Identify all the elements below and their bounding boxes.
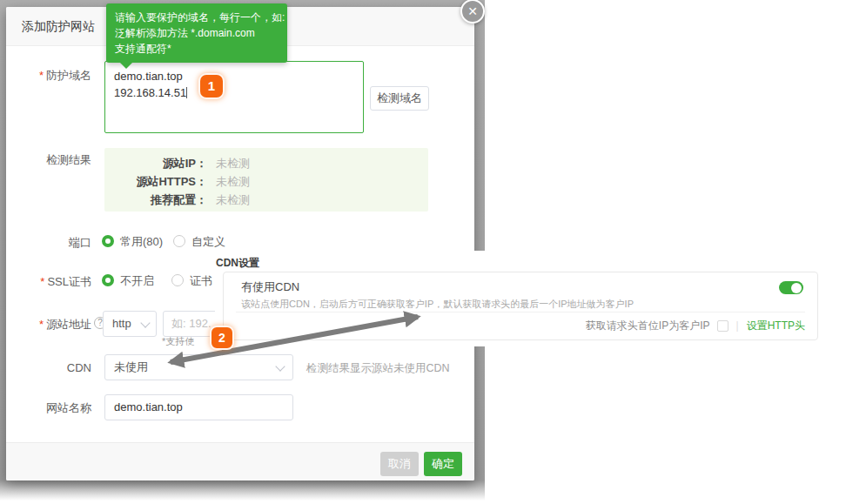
- required-asterisk: *: [40, 275, 44, 288]
- field-label-origin: *源站地址: [15, 318, 91, 331]
- set-http-header-link[interactable]: 设置HTTP头: [747, 319, 805, 333]
- add-site-dialog: 添加防护网站 *防护域名 demo.tian.top 192.168.14.51…: [6, 7, 474, 480]
- cancel-button[interactable]: 取消: [380, 452, 419, 476]
- radio-ssl-off[interactable]: [102, 274, 114, 286]
- result-row: 推荐配置：未检测: [104, 191, 428, 209]
- required-asterisk: *: [39, 318, 44, 331]
- panel-divider: [236, 312, 805, 312]
- chevron-down-icon: [277, 363, 284, 370]
- cdn-detect-note: 检测结果显示源站未使用CDN: [306, 361, 450, 376]
- result-row: 源站IP：未检测: [104, 154, 428, 172]
- separator: |: [736, 319, 739, 332]
- radio-port-custom[interactable]: [173, 235, 185, 247]
- protocol-select-value: http: [112, 312, 131, 336]
- field-label-port: 端口: [15, 236, 91, 249]
- step-badge-1: 1: [198, 73, 225, 99]
- domain-textarea[interactable]: demo.tian.top 192.168.14.51: [104, 61, 364, 133]
- field-label-site-name: 网站名称: [15, 401, 91, 414]
- result-value: 未检测: [216, 175, 250, 188]
- step-badge-2: 2: [210, 326, 234, 350]
- radio-label-ssl-off[interactable]: 不开启: [120, 274, 154, 288]
- tooltip-line: 支持通配符*: [115, 41, 279, 57]
- cdn-select-value: 未使用: [114, 355, 148, 380]
- first-ip-checkbox-label: 获取请求头首位IP为客户IP: [586, 319, 710, 333]
- result-value: 未检测: [216, 157, 250, 170]
- text-caret: [186, 87, 187, 98]
- site-name-input[interactable]: demo.tian.top: [104, 394, 293, 420]
- radio-port-common[interactable]: [102, 235, 114, 247]
- result-row: 源站HTTPS：未检测: [104, 172, 428, 191]
- origin-hint-text: *支持使: [162, 335, 194, 348]
- detect-result-box: 源站IP：未检测 源站HTTPS：未检测 推荐配置：未检测: [104, 148, 428, 212]
- screenshot-canvas: 添加防护网站 *防护域名 demo.tian.top 192.168.14.51…: [0, 0, 846, 504]
- detect-domain-button[interactable]: 检测域名: [370, 86, 429, 111]
- cdn-settings-panel: 有使用CDN 该站点使用CDN，启动后方可正确获取客户IP，默认获取请求头的最后…: [223, 272, 818, 340]
- cdn-switch-label: 有使用CDN: [241, 279, 299, 295]
- chevron-down-icon: [142, 319, 149, 326]
- protocol-select[interactable]: http: [103, 311, 157, 337]
- field-label-ssl: *SSL证书: [15, 275, 91, 288]
- domain-help-tooltip: 请输入要保护的域名，每行一个，如: 泛解析添加方法 *.domain.com 支…: [106, 3, 287, 63]
- site-name-value: demo.tian.top: [114, 395, 183, 420]
- field-label-cdn: CDN: [15, 361, 91, 374]
- required-asterisk: *: [39, 69, 44, 82]
- cdn-panel-bottom-row: 获取请求头首位IP为客户IP | 设置HTTP头: [586, 319, 805, 333]
- result-key: 源站HTTPS：: [104, 172, 207, 191]
- close-icon[interactable]: ✕: [460, 0, 485, 24]
- field-label-domain: *防护域名: [15, 69, 91, 82]
- radio-label-port-custom[interactable]: 自定义: [191, 235, 225, 249]
- radio-ssl-cert[interactable]: [171, 274, 184, 286]
- radio-label-port-common[interactable]: 常用(80): [120, 235, 163, 249]
- radio-label-ssl-cert[interactable]: 证书: [190, 274, 212, 288]
- result-key: 源站IP：: [104, 154, 207, 172]
- origin-address-placeholder: 如: 192.: [171, 312, 212, 336]
- result-key: 推荐配置：: [104, 191, 207, 209]
- cdn-select[interactable]: 未使用: [104, 354, 293, 380]
- result-value: 未检测: [216, 193, 250, 206]
- field-label-detect-result: 检测结果: [15, 153, 91, 166]
- tooltip-line: 请输入要保护的域名，每行一个，如:: [115, 10, 279, 25]
- cdn-toggle-switch[interactable]: [779, 281, 803, 294]
- confirm-button[interactable]: 确定: [424, 452, 462, 476]
- dialog-footer: 取消 确定: [6, 442, 474, 480]
- cdn-description: 该站点使用CDN，启动后方可正确获取客户IP，默认获取请求头的最后一个IP地址做…: [241, 298, 634, 311]
- dialog-title: 添加防护网站: [22, 7, 95, 46]
- first-ip-checkbox[interactable]: [717, 320, 728, 332]
- tooltip-line: 泛解析添加方法 *.domain.com: [115, 25, 279, 41]
- toggle-knob: [791, 283, 802, 293]
- cdn-section-title: CDN设置: [216, 256, 259, 271]
